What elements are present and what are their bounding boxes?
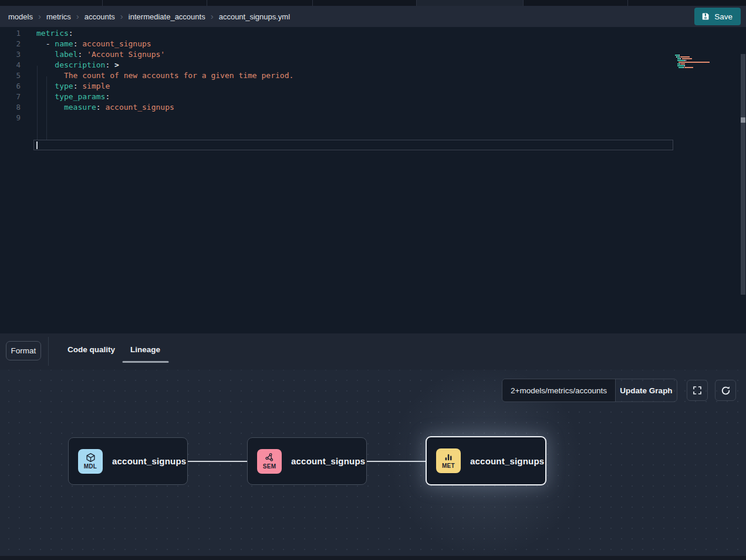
lineage-edge (367, 461, 426, 462)
panel-tabs: Code qualityLineage (0, 333, 746, 370)
line-number: 5 (0, 70, 21, 81)
tab-code-quality[interactable]: Code quality (67, 345, 115, 354)
lineage-canvas[interactable]: MDLaccount_signupsSEMaccount_signupsMETa… (0, 370, 746, 556)
code-content: metrics: - name: account_signups label: … (36, 28, 293, 123)
line-number: 9 (0, 113, 21, 123)
breadcrumb-item[interactable]: account_signups.yml (219, 12, 290, 21)
code-line[interactable]: The count of new accounts for a given ti… (36, 70, 293, 81)
tab-lineage[interactable]: Lineage (130, 345, 160, 354)
lineage-node-sem[interactable]: SEMaccount_signups (247, 437, 367, 485)
editor-tab-strip (0, 0, 746, 6)
refresh-button[interactable] (715, 380, 736, 401)
window-bottom-edge (0, 556, 746, 560)
minimap-line (675, 60, 711, 61)
minimap-line (675, 65, 711, 66)
minimap[interactable] (675, 55, 711, 70)
bottom-panel-header: Format Code qualityLineage (0, 333, 746, 370)
editor-tab[interactable] (103, 0, 207, 6)
breadcrumb-item[interactable]: models (8, 12, 33, 21)
cube-icon (86, 453, 96, 463)
minimap-line (675, 69, 711, 70)
editor-tab[interactable] (524, 0, 628, 6)
minimap-line (675, 62, 711, 63)
node-label: account_signups (112, 456, 186, 466)
code-line[interactable]: type: simple (36, 81, 293, 92)
line-number-gutter: 123456789 (0, 28, 21, 123)
breadcrumb-bar: models›metrics›accounts›intermediate_acc… (0, 6, 746, 27)
lineage-selector-input[interactable] (502, 379, 615, 402)
chevron-right-icon: › (120, 12, 123, 21)
code-line[interactable]: measure: account_signups (36, 102, 293, 113)
breadcrumb-item[interactable]: intermediate_accounts (129, 12, 205, 21)
node-label: account_signups (470, 456, 544, 466)
update-graph-button[interactable]: Update Graph (615, 379, 677, 402)
save-button[interactable]: Save (694, 8, 741, 25)
breadcrumb-item[interactable]: metrics (46, 12, 71, 21)
chevron-right-icon: › (211, 12, 214, 21)
editor-tab[interactable] (313, 0, 417, 6)
line-number: 7 (0, 92, 21, 102)
lineage-selector-group: Update Graph (502, 379, 677, 402)
editor-tab[interactable] (0, 0, 103, 6)
minimap-line (675, 56, 711, 58)
fullscreen-icon (693, 386, 702, 395)
line-number: 8 (0, 102, 21, 113)
breadcrumb: models›metrics›accounts›intermediate_acc… (8, 12, 694, 21)
minimap-line (675, 67, 711, 68)
code-line[interactable]: - name: account_signups (36, 39, 293, 49)
code-editor[interactable]: 123456789 metrics: - name: account_signu… (0, 27, 746, 333)
fullscreen-button[interactable] (687, 380, 708, 401)
line-number: 2 (0, 39, 21, 49)
save-button-label: Save (714, 12, 733, 21)
minimap-line (675, 63, 711, 65)
line-number: 6 (0, 81, 21, 92)
line-number: 3 (0, 49, 21, 60)
network-icon (265, 453, 275, 463)
minimap-line (675, 55, 711, 56)
node-badge-label: MET (442, 463, 455, 469)
node-badge-label: MDL (84, 463, 97, 470)
minimap-line (675, 58, 711, 59)
node-label: account_signups (291, 456, 365, 466)
text-cursor (36, 141, 38, 149)
node-badge-label: SEM (263, 463, 276, 470)
line-number: 1 (0, 28, 21, 39)
lineage-node-mdl[interactable]: MDLaccount_signups (68, 437, 188, 485)
editor-tab[interactable] (628, 0, 746, 6)
bar-chart-icon (444, 453, 453, 462)
scrollbar-thumb[interactable] (741, 117, 745, 123)
code-line[interactable]: metrics: (36, 28, 293, 39)
line-number: 4 (0, 60, 21, 70)
lineage-node-met[interactable]: METaccount_signups (426, 436, 546, 485)
save-icon (701, 12, 710, 21)
chevron-right-icon: › (38, 12, 41, 21)
ide-window: models›metrics›accounts›intermediate_acc… (0, 0, 746, 560)
active-line-highlight (33, 140, 673, 150)
code-line[interactable]: type_params: (36, 92, 293, 102)
chevron-right-icon: › (76, 12, 79, 21)
node-badge-met: MET (436, 448, 461, 473)
refresh-icon (721, 386, 731, 396)
code-line[interactable]: label: 'Account Signups' (36, 49, 293, 60)
breadcrumb-item[interactable]: accounts (85, 12, 115, 21)
scrollbar-track[interactable] (741, 54, 745, 295)
node-badge-sem: SEM (257, 449, 282, 474)
editor-tab-active[interactable] (417, 0, 524, 6)
editor-tab[interactable] (207, 0, 313, 6)
code-line[interactable]: description: > (36, 60, 293, 70)
node-badge-mdl: MDL (78, 449, 103, 474)
code-line[interactable] (36, 113, 293, 123)
lineage-edge (188, 461, 247, 462)
